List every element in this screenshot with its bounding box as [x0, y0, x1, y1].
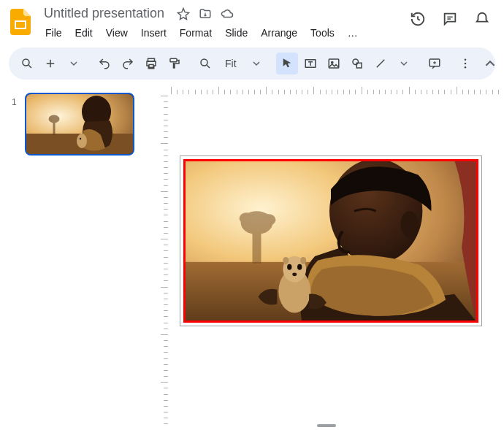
cloud-status-icon[interactable]: [220, 7, 234, 21]
canvas-area: for(let i=0;i<56;i++)document.write('<di…: [149, 84, 504, 430]
svg-point-33: [292, 272, 297, 276]
editor: 1: [0, 84, 504, 430]
line-icon[interactable]: [370, 53, 392, 74]
slide-image-selected[interactable]: [183, 159, 478, 323]
more-options-icon[interactable]: [454, 53, 476, 74]
slides-logo[interactable]: [7, 9, 34, 35]
menu-file[interactable]: File: [39, 24, 68, 42]
svg-rect-1: [16, 22, 25, 28]
line-dropdown[interactable]: [393, 53, 415, 74]
svg-point-34: [283, 257, 289, 264]
zoom-control[interactable]: Fit: [194, 53, 267, 74]
zoom-dropdown[interactable]: [245, 60, 267, 67]
menu-slide[interactable]: Slide: [219, 24, 253, 42]
filmstrip: 1: [0, 84, 149, 430]
star-icon[interactable]: [176, 7, 191, 21]
collapse-toolbar-icon[interactable]: [479, 53, 501, 74]
svg-point-28: [401, 211, 419, 237]
svg-point-10: [353, 59, 359, 65]
menu-bar: File Edit View Insert Format Slide Arran…: [39, 24, 408, 42]
slide-thumbnail-1[interactable]: [25, 93, 134, 156]
menu-view[interactable]: View: [100, 24, 134, 42]
svg-point-19: [77, 134, 87, 148]
svg-point-25: [240, 212, 254, 224]
menu-edit[interactable]: Edit: [69, 24, 99, 42]
menu-insert[interactable]: Insert: [135, 24, 172, 42]
redo-icon[interactable]: [117, 53, 139, 74]
vertical-ruler[interactable]: for(let i=0;i<56;i++)document.write('<di…: [158, 96, 169, 430]
svg-point-9: [331, 61, 332, 63]
svg-point-6: [201, 59, 207, 66]
header-right: [408, 4, 497, 29]
svg-point-13: [464, 58, 466, 61]
header: Untitled presentation File Edit View Ins…: [0, 0, 504, 42]
app-root: Untitled presentation File Edit View Ins…: [0, 0, 504, 430]
svg-rect-4: [149, 65, 153, 68]
svg-point-20: [80, 138, 81, 139]
svg-point-15: [464, 66, 466, 69]
svg-point-31: [287, 264, 291, 270]
undo-icon[interactable]: [93, 53, 115, 74]
thumbnail-row: 1: [12, 93, 143, 156]
svg-point-2: [23, 59, 29, 66]
new-slide-button[interactable]: [39, 53, 61, 74]
title-block: Untitled presentation File Edit View Ins…: [39, 4, 408, 42]
thumbnail-number: 1: [12, 97, 19, 156]
textbox-icon[interactable]: [299, 53, 321, 74]
toolbar: Fit: [9, 47, 495, 80]
history-icon[interactable]: [408, 9, 428, 29]
slide-canvas[interactable]: [180, 156, 482, 326]
shape-icon[interactable]: [346, 53, 368, 74]
paint-format-icon[interactable]: [164, 53, 186, 74]
presentation-title[interactable]: Untitled presentation: [39, 4, 169, 23]
title-row: Untitled presentation: [39, 4, 408, 23]
search-icon[interactable]: [16, 53, 38, 74]
svg-point-32: [297, 264, 302, 270]
menu-arrange[interactable]: Arrange: [255, 24, 303, 42]
speaker-notes-resize-handle[interactable]: [317, 424, 336, 427]
horizontal-ruler[interactable]: for(let i=0;i<56;i++)document.write('<di…: [171, 84, 504, 96]
svg-point-26: [261, 214, 275, 226]
notification-icon[interactable]: [472, 9, 492, 29]
comments-icon[interactable]: [440, 9, 460, 29]
move-folder-icon[interactable]: [198, 7, 213, 21]
svg-point-35: [300, 257, 306, 264]
comment-add-icon[interactable]: [424, 53, 446, 74]
new-slide-dropdown[interactable]: [63, 53, 85, 74]
menu-format[interactable]: Format: [174, 24, 218, 42]
svg-rect-5: [170, 58, 177, 62]
zoom-icon[interactable]: [194, 53, 216, 74]
select-tool-icon[interactable]: [276, 53, 298, 74]
svg-point-14: [464, 63, 466, 65]
menu-tools[interactable]: Tools: [305, 24, 340, 42]
zoom-label: Fit: [221, 58, 241, 69]
menu-more[interactable]: …: [342, 24, 364, 42]
image-icon[interactable]: [323, 53, 345, 74]
print-icon[interactable]: [140, 53, 162, 74]
